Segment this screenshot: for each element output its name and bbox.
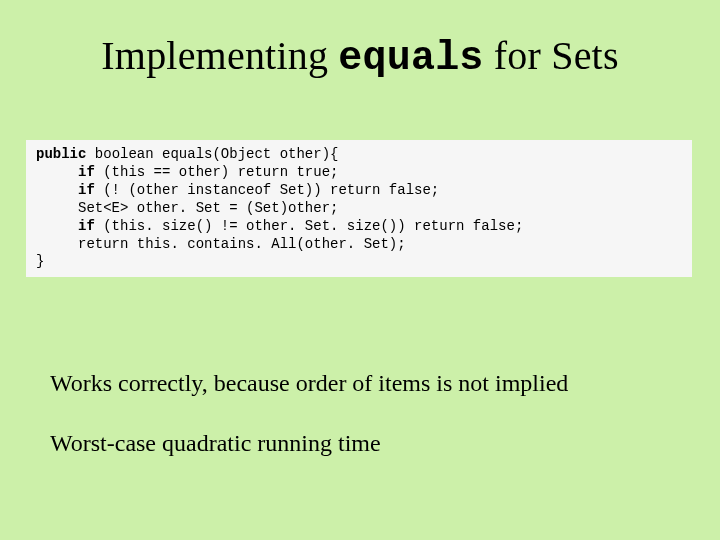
slide: Implementing equals for Sets public bool…	[0, 0, 720, 540]
title-code: equals	[338, 36, 483, 81]
code-l2b: (this == other) return true;	[95, 164, 339, 180]
code-kw-if-3: if	[36, 218, 95, 234]
code-l6: return this. contains. All(other. Set);	[36, 236, 406, 252]
code-l5b: (this. size() != other. Set. size()) ret…	[95, 218, 523, 234]
title-text-2: for Sets	[484, 33, 619, 78]
body-text-2: Worst-case quadratic running time	[50, 430, 381, 457]
code-kw-if-1: if	[36, 164, 95, 180]
slide-title: Implementing equals for Sets	[0, 32, 720, 81]
code-l4: Set<E> other. Set = (Set)other;	[36, 200, 338, 216]
code-l7: }	[36, 253, 44, 269]
body-text-1: Works correctly, because order of items …	[50, 370, 568, 397]
code-l1b: boolean equals(Object other){	[86, 146, 338, 162]
code-block: public boolean equals(Object other){ if …	[26, 140, 692, 277]
code-kw-if-2: if	[36, 182, 95, 198]
title-text-1: Implementing	[101, 33, 338, 78]
code-l3b: (! (other instanceof Set)) return false;	[95, 182, 439, 198]
code-kw-public: public	[36, 146, 86, 162]
